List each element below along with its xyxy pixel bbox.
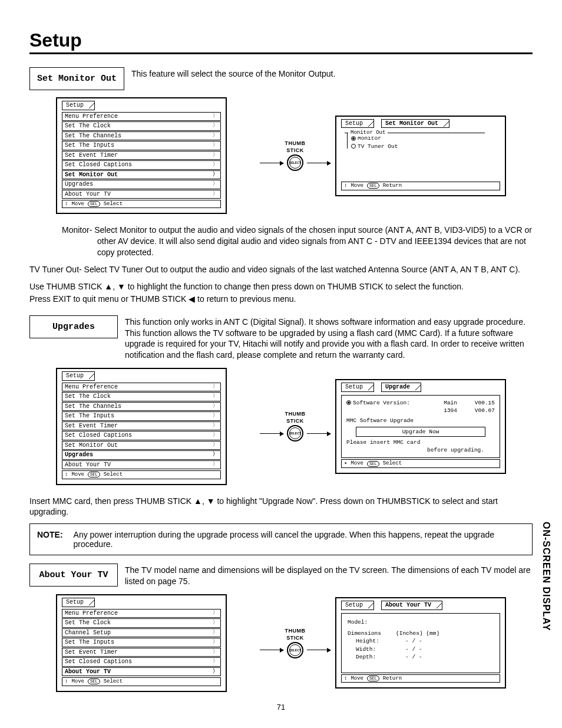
osd-tab-setup: Setup (341, 383, 374, 392)
chevron-right-icon: 〉 (213, 620, 218, 627)
chevron-right-icon: 〉 (213, 133, 218, 140)
chevron-right-icon: 〉 (213, 630, 218, 637)
menu-item[interactable]: Set Closed Captions〉 (62, 160, 221, 170)
menu-item[interactable]: Set The Inputs〉 (62, 638, 221, 647)
menu-item[interactable]: Upgrades〉 (62, 450, 221, 460)
osd-left-about: Setup Menu Preference〉Set The Clock〉Chan… (56, 594, 227, 691)
menu-item[interactable]: Set The Clock〉 (62, 121, 221, 131)
chevron-right-icon: 〉 (213, 668, 218, 676)
thumbstick-diagram: THUMB STICK SELECT (260, 628, 330, 658)
body-text: TV Tuner Out- Select TV Tuner Out to out… (29, 264, 533, 275)
chevron-right-icon: 〉 (213, 442, 218, 449)
osd-footer: ↕Move SELReturn (341, 182, 500, 190)
osd-right-upgrades: Setup Upgrade Software Version: MainV00.… (335, 379, 506, 474)
osd-row-monitor: Setup Menu Preference〉Set The Clock〉Set … (29, 97, 533, 214)
chevron-right-icon: 〉 (213, 452, 218, 459)
arrow-right-icon (307, 433, 330, 434)
osd-tab-setup: Setup (341, 601, 374, 610)
menu-item[interactable]: Menu Preference〉 (62, 383, 221, 392)
osd-subtab: Upgrade (381, 383, 421, 392)
osd-row-upgrades: Setup Menu Preference〉Set The Clock〉Set … (29, 368, 533, 485)
osd-right-about: Setup About Your TV Model: Dimensions(In… (335, 597, 506, 689)
menu-item[interactable]: Set Event Timer〉 (62, 151, 221, 160)
arrow-right-icon (307, 650, 330, 650)
menu-item[interactable]: Set Event Timer〉 (62, 648, 221, 657)
chevron-right-icon: 〉 (213, 181, 218, 188)
body-text: Monitor- Select Monitor to output the au… (29, 225, 533, 258)
radio-off-icon (351, 144, 356, 149)
osd-tab-setup: Setup (341, 119, 374, 129)
arrow-right-icon (307, 163, 330, 163)
menu-item[interactable]: Set The Channels〉 (62, 131, 221, 141)
chevron-right-icon: 〉 (213, 172, 218, 179)
page-number: 71 (29, 703, 533, 711)
move-icon: ↕ (344, 676, 347, 681)
body-text: Press EXIT to quit menu or THUMB STICK ◀… (29, 294, 533, 305)
chevron-right-icon: 〉 (213, 413, 218, 420)
chevron-right-icon: 〉 (213, 384, 218, 391)
body-text: Insert MMC card, then press THUMB STICK … (29, 496, 533, 518)
sidebar-label: ON-SCREEN DISPLAY (541, 522, 551, 631)
menu-item[interactable]: Upgrades〉 (62, 180, 221, 189)
osd-footer: ↕Move SELReturn (341, 674, 500, 683)
menu-item[interactable]: Set The Inputs〉 (62, 411, 221, 421)
section-label-upgrades: Upgrades (29, 315, 118, 338)
chevron-right-icon: 〉 (213, 658, 218, 666)
menu-item[interactable]: Menu Preference〉 (62, 112, 221, 121)
menu-item[interactable]: About Your TV〉 (62, 667, 221, 677)
thumbstick-icon: SELECT (287, 642, 303, 658)
arrow-right-icon (260, 163, 283, 163)
body-text: Use THUMB STICK ▲, ▼ to highlight the fu… (29, 281, 533, 292)
menu-item[interactable]: Set Monitor Out〉 (62, 170, 221, 180)
menu-item[interactable]: Set Monitor Out〉 (62, 441, 221, 450)
chevron-right-icon: 〉 (213, 162, 218, 169)
chevron-right-icon: 〉 (213, 142, 218, 149)
chevron-right-icon: 〉 (213, 639, 218, 646)
thumbstick-icon: SELECT (287, 154, 303, 171)
thumbstick-diagram: THUMB STICK SELECT (260, 411, 330, 442)
chevron-right-icon: 〉 (213, 393, 218, 400)
note-label: NOTE: (37, 530, 63, 549)
osd-left-monitor: Setup Menu Preference〉Set The Clock〉Set … (56, 97, 227, 214)
menu-item[interactable]: Set Closed Captions〉 (62, 657, 221, 667)
menu-item[interactable]: Channel Setup〉 (62, 628, 221, 638)
osd-subtab: About Your TV (381, 601, 442, 610)
osd-footer: ↕Move SELSelect (62, 470, 221, 479)
menu-item[interactable]: Set Event Timer〉 (62, 421, 221, 431)
thumbstick-icon: SELECT (287, 425, 303, 442)
osd-subtab: Set Monitor Out (381, 119, 449, 129)
chevron-right-icon: 〉 (213, 123, 218, 130)
section-desc: The TV model name and dimensions will be… (125, 564, 533, 587)
osd-tab-setup: Setup (62, 371, 95, 381)
menu-item[interactable]: Menu Preference〉 (62, 609, 221, 618)
thumbstick-diagram: THUMB STICK SELECT (260, 140, 330, 171)
arrow-right-icon (260, 650, 283, 650)
chevron-right-icon: 〉 (213, 423, 218, 430)
note-box: NOTE: Any power interruption during the … (29, 523, 533, 555)
osd-footer: ↕Move SELSelect (62, 200, 221, 208)
chevron-right-icon: 〉 (213, 432, 218, 439)
move-icon: ↕ (344, 183, 347, 189)
menu-item[interactable]: Set The Clock〉 (62, 392, 221, 401)
osd-footer: ↕Move SELSelect (62, 677, 221, 686)
osd-left-upgrades: Setup Menu Preference〉Set The Clock〉Set … (56, 368, 227, 485)
move-icon: ✦ (344, 460, 347, 466)
menu-list: Menu Preference〉Set The Clock〉Channel Se… (62, 609, 221, 677)
select-icon: SEL (88, 678, 100, 684)
menu-item[interactable]: Set The Channels〉 (62, 402, 221, 411)
radio-on-icon (346, 400, 351, 405)
menu-item[interactable]: Set The Clock〉 (62, 618, 221, 628)
osd-row-about: Setup Menu Preference〉Set The Clock〉Chan… (29, 594, 533, 691)
select-icon: SEL (88, 472, 100, 477)
menu-item[interactable]: About Your TV〉 (62, 460, 221, 470)
upgrade-now-button[interactable]: Upgrade Now (356, 427, 485, 437)
menu-item[interactable]: About Your TV〉 (62, 190, 221, 199)
menu-item[interactable]: Set Closed Captions〉 (62, 431, 221, 440)
chevron-right-icon: 〉 (213, 152, 218, 159)
menu-list: Menu Preference〉Set The Clock〉Set The Ch… (62, 383, 221, 470)
menu-item[interactable]: Set The Inputs〉 (62, 141, 221, 150)
move-icon: ↕ (65, 678, 68, 684)
chevron-right-icon: 〉 (213, 113, 218, 120)
chevron-right-icon: 〉 (213, 610, 218, 617)
arrow-right-icon (260, 433, 283, 434)
